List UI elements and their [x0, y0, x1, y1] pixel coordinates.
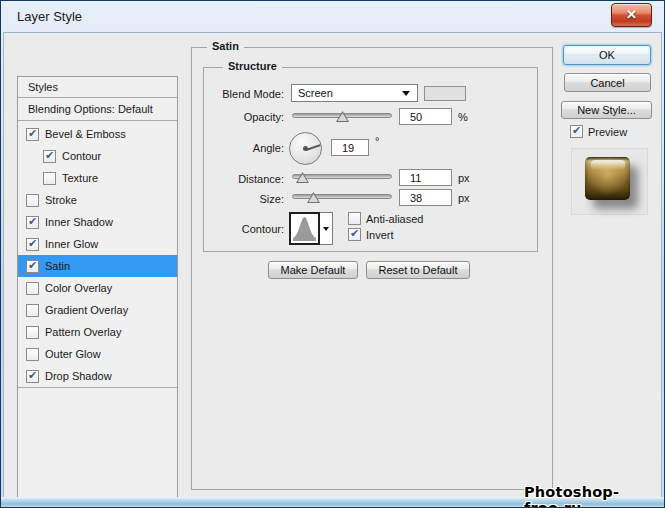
sidebar-item-label: Satin — [45, 260, 70, 272]
angle-input[interactable] — [331, 139, 369, 156]
watermark-text: Photoshop-free.ru — [524, 484, 664, 508]
sidebar-item-outer-glow[interactable]: Outer Glow — [18, 343, 177, 365]
window-title: Layer Style — [17, 9, 82, 24]
distance-slider[interactable] — [292, 170, 392, 184]
sidebar-item-stroke[interactable]: Stroke — [18, 189, 177, 211]
title-bar[interactable]: Layer Style ✕ — [1, 1, 664, 33]
style-checkbox[interactable] — [26, 216, 39, 229]
sidebar-item-label: Contour — [62, 150, 101, 162]
contour-thumbnail[interactable] — [289, 212, 320, 245]
sidebar-item-label: Pattern Overlay — [45, 326, 121, 338]
size-input[interactable] — [399, 189, 452, 206]
style-checkbox[interactable] — [26, 348, 39, 361]
invert-checkbox[interactable] — [348, 228, 361, 241]
anti-aliased-option[interactable]: Anti-aliased — [348, 212, 423, 225]
sidebar-item-label: Outer Glow — [45, 348, 101, 360]
style-checkbox[interactable] — [26, 260, 39, 273]
style-checkbox[interactable] — [26, 238, 39, 251]
angle-dial[interactable] — [289, 132, 322, 165]
contour-dropdown-arrow[interactable] — [320, 212, 333, 245]
angle-hub — [303, 146, 308, 151]
preview-option[interactable]: Preview — [570, 125, 627, 138]
sidebar-item-label: Bevel & Emboss — [45, 128, 126, 140]
sidebar-item-satin[interactable]: Satin — [18, 255, 177, 277]
layer-style-dialog: Layer Style ✕ Styles Blending Options: D… — [0, 0, 665, 508]
opacity-input[interactable] — [399, 108, 452, 125]
sidebar-item-inner-shadow[interactable]: Inner Shadow — [18, 211, 177, 233]
chevron-down-icon — [402, 91, 410, 96]
style-checkbox[interactable] — [26, 282, 39, 295]
distance-input[interactable] — [399, 169, 452, 186]
sidebar-items: Bevel & EmbossContourTextureStrokeInner … — [18, 123, 177, 387]
style-checkbox[interactable] — [43, 172, 56, 185]
contour-curve-icon — [291, 214, 318, 243]
distance-unit: px — [458, 172, 470, 184]
slider-track[interactable] — [292, 174, 392, 179]
sidebar-item-label: Inner Shadow — [45, 216, 113, 228]
opacity-label: Opacity: — [191, 111, 284, 123]
distance-label: Distance: — [191, 173, 284, 185]
styles-sidebar: Styles Blending Options: Default Bevel &… — [17, 76, 178, 508]
style-checkbox[interactable] — [26, 194, 39, 207]
sidebar-item-label: Texture — [62, 172, 98, 184]
blend-mode-dropdown[interactable]: Screen — [291, 84, 418, 102]
size-slider[interactable] — [292, 190, 392, 204]
preview-checkbox[interactable] — [570, 125, 583, 138]
chevron-down-icon — [323, 227, 329, 231]
sidebar-item-texture[interactable]: Texture — [18, 167, 177, 189]
angle-label: Angle: — [191, 142, 284, 154]
preview-label: Preview — [588, 126, 627, 138]
blend-color-swatch[interactable] — [424, 86, 466, 101]
style-checkbox[interactable] — [26, 326, 39, 339]
style-checkbox[interactable] — [26, 128, 39, 141]
size-label: Size: — [191, 193, 284, 205]
sidebar-header-styles[interactable]: Styles — [18, 77, 177, 98]
invert-option[interactable]: Invert — [348, 228, 394, 241]
sidebar-item-label: Drop Shadow — [45, 370, 112, 382]
contour-picker[interactable] — [289, 212, 333, 245]
style-preview-thumbnail — [585, 157, 630, 200]
close-button[interactable]: ✕ — [611, 3, 652, 27]
cancel-button[interactable]: Cancel — [564, 73, 651, 92]
sidebar-item-drop-shadow[interactable]: Drop Shadow — [18, 365, 177, 387]
sidebar-item-label: Gradient Overlay — [45, 304, 128, 316]
sidebar-item-color-overlay[interactable]: Color Overlay — [18, 277, 177, 299]
sidebar-item-bevel-emboss[interactable]: Bevel & Emboss — [18, 123, 177, 145]
blend-mode-value: Screen — [298, 87, 333, 99]
opacity-slider[interactable] — [292, 109, 392, 123]
blend-mode-label: Blend Mode: — [191, 88, 284, 100]
make-default-button[interactable]: Make Default — [268, 261, 358, 279]
anti-aliased-label: Anti-aliased — [366, 213, 423, 225]
satin-group-label: Satin — [207, 40, 244, 52]
sidebar-item-gradient-overlay[interactable]: Gradient Overlay — [18, 299, 177, 321]
size-unit: px — [458, 192, 470, 204]
sidebar-item-contour[interactable]: Contour — [18, 145, 177, 167]
sidebar-item-inner-glow[interactable]: Inner Glow — [18, 233, 177, 255]
sidebar-item-label: Inner Glow — [45, 238, 98, 250]
slider-track[interactable] — [292, 194, 392, 199]
sidebar-filler — [18, 387, 177, 388]
invert-label: Invert — [366, 229, 394, 241]
sidebar-item-label: Stroke — [45, 194, 77, 206]
sidebar-item-blending-options[interactable]: Blending Options: Default — [18, 98, 177, 121]
structure-group-label: Structure — [223, 60, 282, 72]
opacity-unit: % — [458, 111, 468, 123]
new-style-button[interactable]: New Style... — [561, 101, 652, 119]
angle-unit: ° — [375, 135, 379, 147]
style-preview-box — [571, 148, 648, 215]
style-checkbox[interactable] — [26, 370, 39, 383]
ok-button[interactable]: OK — [563, 45, 651, 65]
contour-label: Contour: — [191, 223, 284, 235]
sidebar-item-pattern-overlay[interactable]: Pattern Overlay — [18, 321, 177, 343]
anti-aliased-checkbox[interactable] — [348, 212, 361, 225]
style-checkbox[interactable] — [26, 304, 39, 317]
reset-to-default-button[interactable]: Reset to Default — [366, 261, 470, 279]
sidebar-item-label: Color Overlay — [45, 282, 112, 294]
style-checkbox[interactable] — [43, 150, 56, 163]
